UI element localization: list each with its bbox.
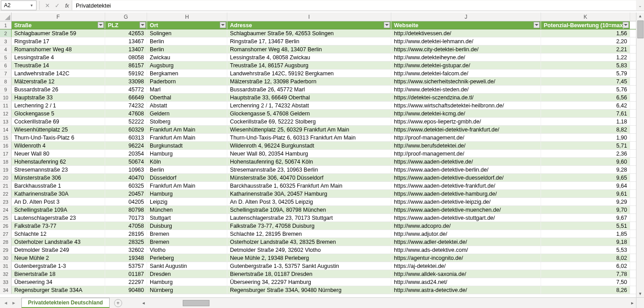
column-header-J[interactable]: J [391, 12, 541, 21]
cell-H24[interactable]: München [147, 206, 227, 214]
cell-I2[interactable]: Schlagbaumer Straße 59, 42653 Solingen [227, 29, 391, 37]
table-header-cell[interactable]: Webseite [391, 21, 541, 29]
cell-F8[interactable]: Mälzerstraße 12 [12, 78, 105, 85]
cell-F33[interactable]: Überseering 34 [12, 278, 105, 286]
cell-J12[interactable]: http://www.detektei-kcmg.de/ [391, 110, 541, 117]
chevron-down-icon[interactable]: ▼ [30, 4, 33, 8]
cell-J20[interactable]: https://www.aaden-detektive-duesseldorf.… [391, 174, 541, 181]
cell-F19[interactable]: Stresemannstraße 23 [12, 166, 105, 173]
filter-dropdown-button[interactable] [533, 22, 540, 28]
cell-G34[interactable]: 90480 [105, 286, 147, 294]
row-header-29[interactable]: 29 [0, 246, 12, 254]
cell-F29[interactable]: Detmolder Straße 249 [12, 246, 105, 254]
cell-J3[interactable]: http://www.detektei-lehmann.de/ [391, 37, 541, 45]
row-header-2[interactable]: 2 [0, 29, 12, 37]
cell-G8[interactable]: 33098 [105, 78, 147, 85]
cell-J14[interactable]: https://www.detektei-detektive-frankfurt… [391, 126, 541, 133]
cell-J34[interactable]: http://www.astra-detective.de/ [391, 286, 541, 294]
row-header-11[interactable]: 11 [0, 102, 12, 109]
cell-J18[interactable]: https://www.aaden-detektive.de/ [391, 158, 541, 165]
cell-I29[interactable]: Detmolder Straße 249, 32602 Vlotho [227, 246, 391, 254]
cell-G11[interactable]: 74232 [105, 102, 147, 109]
cell-G27[interactable]: 28195 [105, 230, 147, 238]
cell-F11[interactable]: Lerchenring 2 / 1 [12, 102, 105, 109]
cell-F25[interactable]: Lautenschlagerstraße 23 [12, 214, 105, 222]
cell-K29[interactable]: 5,53 [541, 246, 630, 254]
cell-K34[interactable]: 8,26 [541, 286, 630, 294]
row-header-17[interactable]: 17 [0, 150, 12, 157]
cell-F28[interactable]: Osterholzer Landstraße 43 [12, 238, 105, 246]
cell-G20[interactable]: 40470 [105, 174, 147, 181]
cell-K8[interactable]: 7,45 [541, 78, 630, 85]
cell-G23[interactable]: 04205 [105, 198, 147, 205]
cell-J11[interactable]: https://www.wirtschaftsdetektei-heilbron… [391, 102, 541, 109]
cell-H15[interactable]: Frankfurt Am Main [147, 134, 227, 141]
row-header-10[interactable]: 10 [0, 94, 12, 101]
cell-K2[interactable]: 1,56 [541, 29, 630, 37]
cell-H22[interactable]: Hamburg [147, 190, 227, 197]
cell-F12[interactable]: Glockengasse 5 [12, 110, 105, 117]
column-header-H[interactable]: H [147, 12, 227, 21]
filter-dropdown-button[interactable] [139, 22, 146, 28]
cell-G26[interactable]: 47058 [105, 222, 147, 230]
row-header-8[interactable]: 8 [0, 78, 12, 85]
row-header-34[interactable]: 34 [0, 286, 12, 294]
cell-K30[interactable]: 8,02 [541, 254, 630, 262]
row-header-15[interactable]: 15 [0, 134, 12, 141]
cell-G5[interactable]: 08058 [105, 53, 147, 61]
scroll-up-button[interactable]: ▲ [637, 12, 644, 20]
cell-I18[interactable]: Hohenstaufenring 62, 50674 Köln [227, 158, 391, 165]
cell-I6[interactable]: Treustraße 14, 86157 Augsburg [227, 62, 391, 69]
filter-dropdown-button[interactable] [220, 22, 226, 28]
cell-I20[interactable]: Münsterstraße 306, 40470 Düsseldorf [227, 174, 391, 181]
row-header-21[interactable]: 21 [0, 182, 12, 189]
cell-G4[interactable]: 13407 [105, 45, 147, 53]
cell-K25[interactable]: 9,67 [541, 214, 630, 222]
cell-H21[interactable]: Frankfurt Am Main [147, 182, 227, 189]
cell-F7[interactable]: Landwehrstraße 142C [12, 70, 105, 77]
cell-F24[interactable]: Schellingstraße 109A [12, 206, 105, 214]
cell-I33[interactable]: Überseering 34, 22297 Hamburg [227, 278, 391, 286]
cell-I19[interactable]: Stresemannstraße 23, 10963 Berlin [227, 166, 391, 173]
cell-H25[interactable]: Stuttgart [147, 214, 227, 222]
cancel-formula-button[interactable]: ✕ [42, 2, 52, 9]
cell-I7[interactable]: Landwehrstraße 142C, 59192 Bergkamen [227, 70, 391, 77]
cell-J19[interactable]: https://www.aaden-detektive-berlin.de/ [391, 166, 541, 173]
row-header-19[interactable]: 19 [0, 166, 12, 173]
cell-I10[interactable]: Hauptstraße 33, 66649 Oberthal [227, 94, 391, 101]
cell-J21[interactable]: https://www.aaden-detektive-frankfurt.de… [391, 182, 541, 189]
row-header-18[interactable]: 18 [0, 158, 12, 165]
select-all-cell[interactable] [0, 12, 12, 21]
cell-H9[interactable]: Marl [147, 86, 227, 93]
cell-G24[interactable]: 80798 [105, 206, 147, 214]
cell-H33[interactable]: Hamburg [147, 278, 227, 286]
cell-H14[interactable]: Frankfurt Am Main [147, 126, 227, 133]
cell-J15[interactable]: http://proof-management.de/ [391, 134, 541, 141]
scroll-left-button[interactable]: ◄ [140, 300, 147, 307]
row-header-16[interactable]: 16 [0, 142, 12, 149]
cell-K26[interactable]: 5,51 [541, 222, 630, 230]
cell-K33[interactable]: 7,50 [541, 278, 630, 286]
cell-K6[interactable]: 5,83 [541, 62, 630, 69]
cell-F14[interactable]: Wiesenhüttenplatz 25 [12, 126, 105, 133]
row-header-26[interactable]: 26 [0, 222, 12, 230]
row-header-23[interactable]: 23 [0, 198, 12, 205]
row-header-33[interactable]: 33 [0, 278, 12, 286]
cell-F3[interactable]: Ringstraße 17 [12, 37, 105, 45]
cell-H5[interactable]: Zwickau [147, 53, 227, 61]
row-header-31[interactable]: 31 [0, 262, 12, 270]
cell-K13[interactable]: 1,18 [541, 118, 630, 125]
cell-I17[interactable]: Neuer Wall 80, 20354 Hamburg [227, 150, 391, 157]
cell-K14[interactable]: 8,82 [541, 126, 630, 133]
cell-K7[interactable]: 5,79 [541, 70, 630, 77]
cell-J23[interactable]: https://www.aaden-detektive-leipzig.de/ [391, 198, 541, 205]
horizontal-scroll-thumb[interactable] [183, 300, 209, 306]
cell-F13[interactable]: Cockerillstraße 69 [12, 118, 105, 125]
cell-H11[interactable]: Abstatt [147, 102, 227, 109]
cell-I30[interactable]: Neue Mühle 2, 19348 Perleberg [227, 254, 391, 262]
cell-G17[interactable]: 20354 [105, 150, 147, 157]
cell-K12[interactable]: 7,61 [541, 110, 630, 117]
cell-G12[interactable]: 47608 [105, 110, 147, 117]
cell-J22[interactable]: https://www.aaden-detektive-hamburg.de/ [391, 190, 541, 197]
cell-G15[interactable]: 60313 [105, 134, 147, 141]
